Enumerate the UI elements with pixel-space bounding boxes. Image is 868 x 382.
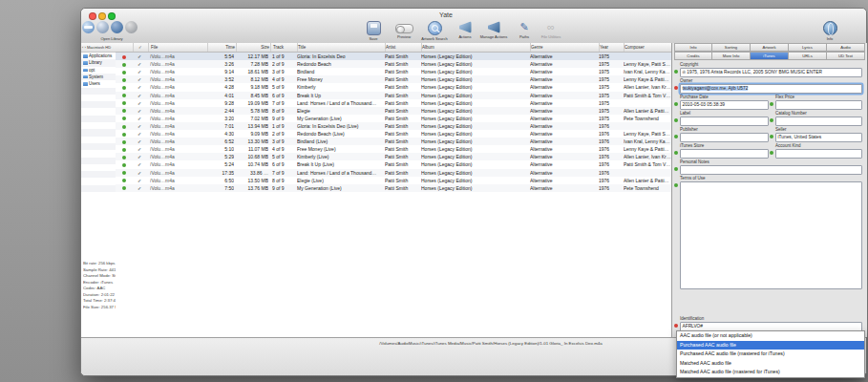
- cell: Elegie (Live): [297, 177, 383, 184]
- dropdown-option[interactable]: Purchased AAC audio file: [677, 341, 864, 350]
- cell: Horses (Legacy Edition): [421, 75, 528, 83]
- cell: 17:35: [205, 169, 234, 177]
- info-button[interactable]: Info: [816, 21, 843, 41]
- tab-info[interactable]: Info: [674, 43, 712, 52]
- table-row[interactable]: ✓/Volu…m4a4:289.18 MB5 of 9KimberlyPatti…: [116, 83, 672, 91]
- clip-button[interactable]: [124, 21, 138, 33]
- status-cell: [117, 153, 131, 160]
- mega2-icon: [488, 21, 500, 33]
- column-header-size[interactable]: Size: [236, 43, 271, 52]
- sidebar-item-opt[interactable]: opt: [81, 67, 116, 74]
- field-input-terms-of-use[interactable]: [680, 181, 862, 289]
- table-row[interactable]: ✓/Volu…m4a4:309.09 MB2 of 9Redondo Beach…: [116, 130, 672, 138]
- column-header-file[interactable]: File: [150, 43, 208, 52]
- tab-artwork[interactable]: Artwork: [751, 43, 789, 52]
- sidebar-item-system[interactable]: System: [81, 74, 116, 80]
- tab-audio[interactable]: Audio: [827, 43, 865, 52]
- field-input-owner[interactable]: tsukiyagami@cox.me, Ajib U572: [680, 84, 862, 94]
- close-button[interactable]: [89, 12, 96, 20]
- green-status-dot: [122, 156, 126, 159]
- cell: 5:10: [205, 145, 234, 153]
- cell: Redondo Beach (Live): [297, 130, 383, 138]
- column-header-status[interactable]: [117, 43, 134, 52]
- dropdown-option[interactable]: AAC audio file (or not applicable): [677, 331, 864, 341]
- column-header-album[interactable]: Album: [421, 43, 531, 52]
- field-input-account-kind[interactable]: [775, 149, 862, 159]
- table-row[interactable]: ✓/Volu…m4a9:2819.09 MB7 of 9Land: Horses…: [116, 99, 672, 107]
- cell: Pete Townshend: [624, 115, 671, 122]
- folder-icon: [83, 75, 88, 79]
- dropdown-option[interactable]: Matched AAC audio file (mastered for iTu…: [677, 368, 864, 377]
- cell: 5.78 MB: [236, 107, 268, 115]
- minimize-button[interactable]: [98, 12, 106, 20]
- table-row[interactable]: ✓/Volu…m4a6:5213.30 MB3 of 9Birdland (Li…: [116, 138, 672, 145]
- tab-urls[interactable]: URLs: [789, 52, 827, 60]
- field-input-flex-price[interactable]: [775, 100, 862, 110]
- cell: /Volu…m4a: [150, 60, 205, 68]
- table-row[interactable]: ✓/Volu…m4a2:445.78 MB8 of 9ElegiePatti S…: [116, 107, 672, 115]
- table-row[interactable]: ✓/Volu…m4a5:5412.17 MB1 of 9Gloria: In E…: [116, 53, 672, 60]
- field-input-catalog-number[interactable]: [775, 117, 862, 126]
- tab-itunes[interactable]: iTunes: [751, 52, 789, 60]
- table-row[interactable]: ✓/Volu…m4a5:1011.07 MB4 of 9Free Money (…: [116, 145, 672, 153]
- table-row[interactable]: ✓/Volu…m4a4:018.45 MB6 of 9Break It UpPa…: [116, 92, 672, 99]
- folder-label: System: [89, 74, 103, 79]
- forward-button[interactable]: ›: [84, 45, 85, 50]
- table-row[interactable]: ✓/Volu…m4a7:0113.94 MB1 of 9Gloria: In E…: [116, 122, 672, 130]
- green-status-dot: [122, 140, 126, 144]
- tab-lyrics[interactable]: Lyrics: [789, 43, 827, 52]
- zoom-button[interactable]: [108, 12, 116, 20]
- clip-icon: [125, 21, 138, 33]
- table-row[interactable]: ✓/Volu…m4a17:3533.86 …7 of 9Land: Horses…: [116, 169, 672, 177]
- column-header-time[interactable]: Time: [205, 43, 237, 52]
- column-header-✓[interactable]: ✓: [133, 43, 149, 52]
- manage-actions-button[interactable]: Manage Actions: [476, 21, 511, 39]
- sidebar-item-users[interactable]: Users: [81, 80, 116, 87]
- field-input-publisher[interactable]: [680, 133, 769, 142]
- table-row[interactable]: ✓/Volu…m4a9:1418.61 MB3 of 9BirdlandPatt…: [116, 68, 672, 75]
- tab-more-info[interactable]: More Info: [712, 52, 751, 60]
- cell: 1975: [599, 99, 622, 107]
- cell: Allen Lanier & Patti…: [624, 107, 671, 115]
- cell: /Volu…m4a: [150, 53, 205, 60]
- table-row[interactable]: ✓/Volu…m4a7:5013.76 MB9 of 9My Generatio…: [116, 184, 672, 192]
- table-row[interactable]: ✓/Volu…m4a6:5013.50 MB8 of 9Elegie (Live…: [116, 177, 672, 184]
- camera-button[interactable]: [110, 21, 124, 33]
- preview-button[interactable]: Preview: [387, 21, 421, 39]
- tab-credits[interactable]: Credits: [674, 52, 712, 60]
- cell: ✓: [133, 99, 146, 107]
- field-input-copyright[interactable]: ℗ 1975, 1976 Arista Records LLC, 2005 SO…: [680, 68, 862, 77]
- cell: Patti Smith: [385, 138, 419, 145]
- dropdown-option[interactable]: Matched AAC audio file: [677, 359, 864, 369]
- sidebar-item-library[interactable]: Library: [81, 59, 116, 66]
- dropdown-option[interactable]: Purchased AAC audio file (mastered for i…: [677, 350, 864, 359]
- column-header-artist[interactable]: Artist: [385, 43, 422, 52]
- cell: 4:01: [205, 92, 234, 99]
- cell: Horses (Legacy Edition): [421, 177, 528, 184]
- field-input-seller[interactable]: iTunes, United States: [775, 133, 862, 142]
- tab-ud-text[interactable]: UD Text: [827, 52, 865, 60]
- artwork-search-button[interactable]: Artwork Search: [417, 21, 452, 41]
- column-header-track[interactable]: Track: [272, 43, 298, 52]
- compose-button[interactable]: [95, 21, 110, 33]
- column-header-composer[interactable]: Composer: [624, 43, 672, 52]
- table-row[interactable]: ✓/Volu…m4a3:528.12 MB4 of 9Free MoneyPat…: [116, 75, 672, 83]
- column-header-title[interactable]: Title: [297, 43, 386, 52]
- field-input-label[interactable]: [680, 117, 769, 126]
- field-input-itunes-store[interactable]: [680, 149, 769, 159]
- cell: Alternative: [530, 169, 597, 177]
- field-input-purchase-date[interactable]: 2010-05-03 05:38:39: [680, 100, 769, 110]
- column-header-year[interactable]: Year: [599, 43, 625, 52]
- table-row[interactable]: ✓/Volu…m4a3:267.28 MB2 of 9Redondo Beach…: [116, 60, 672, 68]
- table-row[interactable]: ✓/Volu…m4a5:2410.74 MB6 of 9Break It Up …: [116, 160, 672, 168]
- column-header-genre[interactable]: Genre: [530, 43, 600, 52]
- table-header: ✓FileTimeSizeTrackTitleArtistAlbumGenreY…: [116, 43, 672, 53]
- library-sphere-button[interactable]: [81, 21, 95, 33]
- sidebar-item-applications[interactable]: Applications: [81, 53, 116, 59]
- field-input-personal-notes[interactable]: [680, 165, 862, 175]
- save-button[interactable]: Save: [356, 21, 391, 41]
- table-row[interactable]: ✓/Volu…m4a3:207.02 MB9 of 9My Generation…: [116, 115, 672, 122]
- table-row[interactable]: ✓/Volu…m4a5:2910.68 MB5 of 9Kimberly (Li…: [116, 153, 672, 160]
- tab-sorting[interactable]: Sorting: [712, 43, 751, 52]
- file-browser-sidebar: ‹ › Macintosh HD ApplicationsLibraryoptS…: [81, 43, 116, 337]
